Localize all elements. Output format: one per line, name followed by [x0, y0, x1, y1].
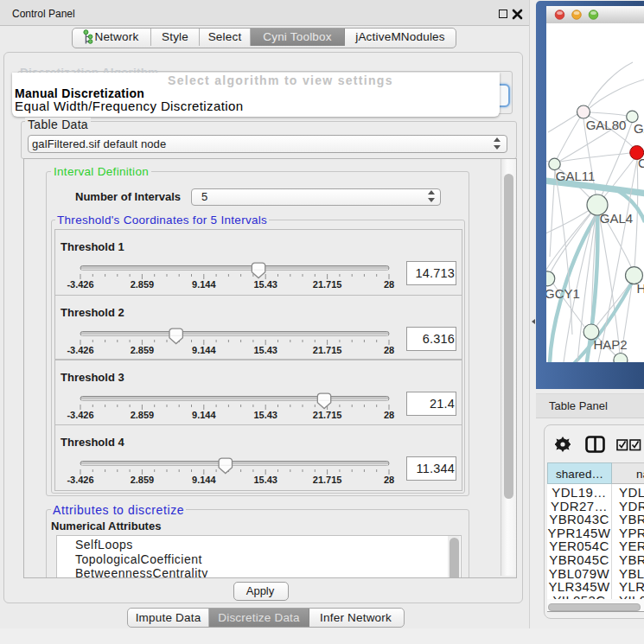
- svg-text:15.43: 15.43: [253, 278, 277, 289]
- svg-text:GAL80: GAL80: [586, 118, 627, 132]
- svg-text:C: C: [638, 156, 644, 170]
- svg-text:21.715: 21.715: [313, 409, 342, 419]
- svg-text:15.43: 15.43: [253, 475, 277, 485]
- svg-text:9.144: 9.144: [192, 345, 216, 355]
- svg-text:2.859: 2.859: [131, 475, 155, 485]
- svg-text:GAL11: GAL11: [556, 169, 596, 183]
- svg-text:GCY1: GCY1: [546, 286, 580, 301]
- svg-text:H: H: [637, 281, 644, 296]
- svg-text:GA: GA: [634, 121, 644, 136]
- svg-text:9.144: 9.144: [192, 409, 216, 419]
- svg-text:-3.426: -3.426: [67, 345, 93, 355]
- svg-text:21.715: 21.715: [313, 345, 342, 355]
- svg-text:28: 28: [384, 409, 394, 419]
- svg-text:28: 28: [384, 475, 394, 485]
- svg-text:2.859: 2.859: [131, 345, 155, 355]
- svg-text:2.859: 2.859: [131, 278, 155, 289]
- svg-text:21.715: 21.715: [313, 475, 342, 485]
- svg-text:15.43: 15.43: [253, 345, 277, 355]
- svg-text:28: 28: [384, 345, 394, 355]
- svg-text:28: 28: [384, 278, 394, 289]
- svg-text:-3.426: -3.426: [67, 409, 93, 419]
- svg-text:9.144: 9.144: [192, 475, 216, 485]
- svg-text:2.859: 2.859: [131, 409, 155, 419]
- svg-text:-3.426: -3.426: [67, 278, 93, 289]
- svg-text:15.43: 15.43: [253, 409, 277, 419]
- svg-text:-3.426: -3.426: [67, 475, 93, 485]
- svg-text:GAL4: GAL4: [600, 211, 633, 226]
- svg-text:9.144: 9.144: [192, 278, 216, 289]
- svg-text:21.715: 21.715: [313, 278, 342, 289]
- svg-text:HAP2: HAP2: [593, 337, 627, 352]
